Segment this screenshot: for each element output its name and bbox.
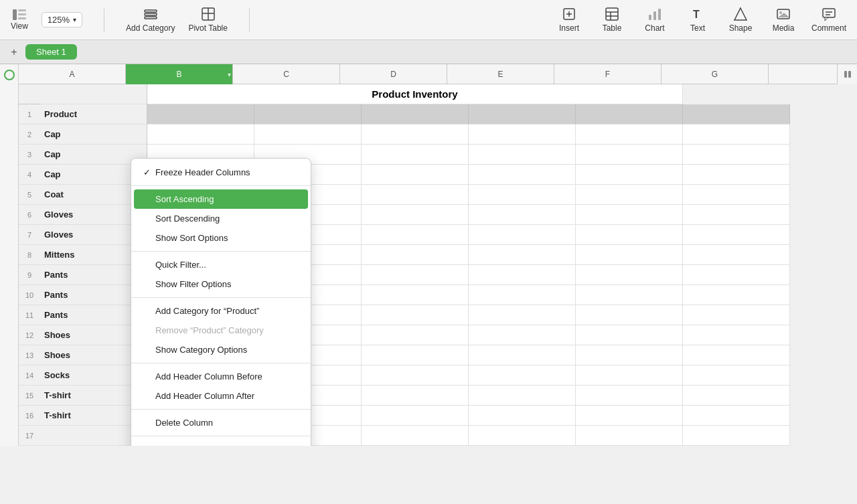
- insert-btn[interactable]: Insert: [554, 7, 584, 33]
- toolbar: View 125% ▾ Add Category Pivot Table Ins…: [0, 0, 857, 40]
- table-label: Table: [603, 23, 622, 33]
- toolbar-right-group: Insert Table Chart T Text Shape Media Co…: [554, 7, 846, 33]
- col-b-dropdown-arrow: ▾: [228, 71, 231, 78]
- menu-delete-column[interactable]: Delete Column: [131, 413, 311, 432]
- freeze-checkmark: ✓: [143, 167, 155, 177]
- svg-marker-28: [825, 17, 828, 21]
- left-sidebar: [0, 64, 19, 446]
- menu-freeze-header[interactable]: ✓ Freeze Header Columns: [131, 163, 311, 182]
- shape-btn[interactable]: Shape: [726, 7, 755, 33]
- menu-sort-descending[interactable]: Sort Descending: [131, 209, 311, 228]
- media-label: Media: [773, 23, 795, 33]
- view-label: View: [11, 21, 28, 31]
- menu-quick-filter[interactable]: Quick Filter...: [131, 255, 311, 274]
- spreadsheet-area: A B ▾ C D E F G: [0, 64, 857, 446]
- svg-rect-18: [653, 11, 656, 20]
- menu-sep-1: [131, 185, 311, 186]
- menu-show-category-options[interactable]: Show Category Options: [131, 340, 311, 359]
- pivot-table-btn[interactable]: Pivot Table: [188, 7, 227, 33]
- svg-rect-3: [18, 17, 26, 19]
- col-header-a[interactable]: A: [19, 64, 126, 84]
- col-header-d[interactable]: D: [340, 64, 447, 84]
- menu-hide-column[interactable]: Hide Column: [131, 440, 311, 446]
- svg-rect-1: [18, 9, 26, 11]
- toolbar-divider-2: [249, 8, 250, 32]
- menu-show-sort-options[interactable]: Show Sort Options: [131, 228, 311, 248]
- svg-rect-2: [18, 13, 26, 15]
- zoom-arrow: ▾: [73, 16, 76, 23]
- menu-sep-6: [131, 436, 311, 436]
- pause-btn[interactable]: [837, 64, 857, 84]
- svg-rect-5: [145, 13, 157, 15]
- col-header-f[interactable]: F: [554, 64, 661, 84]
- col-header-e[interactable]: E: [447, 64, 554, 84]
- svg-rect-19: [658, 9, 661, 20]
- svg-rect-13: [606, 8, 618, 20]
- svg-rect-4: [145, 10, 157, 12]
- zoom-value: 125%: [48, 15, 70, 25]
- row-num-header: [19, 84, 40, 104]
- menu-add-category[interactable]: Add Category for “Product”: [131, 301, 311, 321]
- context-menu: ✓ Freeze Header Columns Sort Ascending S…: [131, 158, 311, 446]
- header-e-1: [469, 104, 576, 124]
- menu-sep-4: [131, 363, 311, 363]
- pivot-table-label: Pivot Table: [188, 23, 227, 33]
- header-g-1: [683, 104, 790, 124]
- header-c-1: [254, 104, 362, 124]
- row-num-1: 1: [19, 104, 40, 124]
- media-btn[interactable]: Media: [769, 7, 798, 33]
- sidebar-indicator: [4, 70, 15, 80]
- svg-rect-17: [649, 15, 651, 20]
- svg-rect-25: [823, 9, 835, 17]
- header-data-row: 1 Product: [19, 104, 857, 124]
- svg-rect-29: [844, 71, 847, 78]
- svg-rect-0: [13, 9, 17, 20]
- chart-label: Chart: [645, 23, 664, 33]
- svg-marker-24: [777, 13, 789, 17]
- chart-btn[interactable]: Chart: [640, 7, 670, 33]
- title-row: Product Inventory: [19, 84, 857, 104]
- comment-label: Comment: [811, 23, 846, 33]
- insert-label: Insert: [559, 23, 579, 33]
- text-label: Text: [690, 23, 705, 33]
- menu-sep-3: [131, 297, 311, 298]
- product-header-cell[interactable]: Product: [40, 104, 147, 124]
- toolbar-group-add: Add Category Pivot Table: [126, 7, 228, 33]
- menu-add-header-before[interactable]: Add Header Column Before: [131, 367, 311, 386]
- menu-add-header-after[interactable]: Add Header Column After: [131, 386, 311, 406]
- svg-point-23: [779, 11, 782, 14]
- column-headers: A B ▾ C D E F G: [19, 64, 857, 84]
- svg-marker-21: [734, 8, 747, 20]
- add-sheet-button[interactable]: +: [7, 45, 21, 60]
- toolbar-divider-1: [104, 8, 104, 32]
- sidebar-toggle-btn[interactable]: View: [11, 9, 28, 31]
- table-btn[interactable]: Table: [597, 7, 627, 33]
- text-btn[interactable]: T Text: [683, 7, 712, 33]
- col-header-c[interactable]: C: [233, 64, 340, 84]
- add-category-label: Add Category: [126, 23, 175, 33]
- svg-rect-6: [145, 17, 157, 19]
- menu-sep-5: [131, 409, 311, 410]
- title-a-cell: [40, 84, 147, 104]
- menu-show-filter-options[interactable]: Show Filter Options: [131, 274, 311, 294]
- col-header-b[interactable]: B ▾: [126, 64, 233, 84]
- sheet-tab-bar: + Sheet 1: [0, 40, 857, 64]
- header-f-1: [576, 104, 683, 124]
- svg-text:T: T: [693, 9, 700, 20]
- comment-btn[interactable]: Comment: [811, 7, 846, 33]
- svg-rect-30: [848, 71, 851, 78]
- zoom-control[interactable]: 125% ▾: [42, 12, 82, 27]
- shape-label: Shape: [729, 23, 753, 33]
- menu-sort-ascending[interactable]: Sort Ascending: [134, 189, 308, 209]
- col-header-g[interactable]: G: [661, 64, 769, 84]
- title-cell: Product Inventory: [147, 84, 683, 104]
- menu-remove-category: Remove “Product” Category: [131, 321, 311, 340]
- header-b-1: [147, 104, 254, 124]
- header-d-1: [362, 104, 469, 124]
- data-row-2: 2 Cap: [19, 124, 857, 145]
- menu-sep-2: [131, 251, 311, 252]
- sheet-tab-1[interactable]: Sheet 1: [25, 44, 77, 60]
- add-category-btn[interactable]: Add Category: [126, 7, 175, 33]
